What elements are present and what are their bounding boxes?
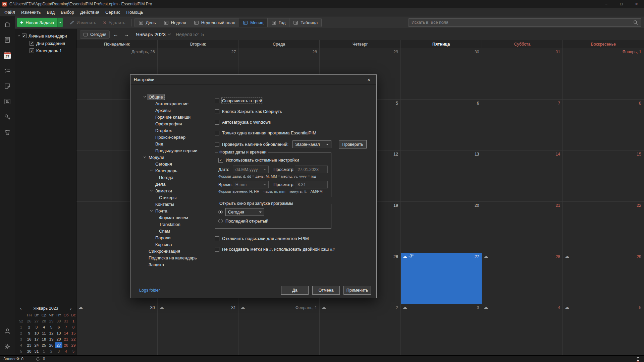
mini-day-cell[interactable]: 26 xyxy=(25,318,33,324)
calendar-day-cell[interactable]: 20 xyxy=(401,202,482,253)
settings-tree-item[interactable]: Подписка на календарь xyxy=(130,254,203,261)
mini-day-cell[interactable]: 23 xyxy=(25,342,33,348)
calendar-day-cell[interactable]: ☁2 xyxy=(320,304,401,355)
settings-tree-item[interactable]: Погода xyxy=(130,174,203,181)
settings-tree-item[interactable]: Вид xyxy=(130,140,203,147)
search-icon[interactable] xyxy=(633,20,638,25)
mini-day-cell[interactable]: 26 xyxy=(48,342,55,348)
menu-actions[interactable]: Действия xyxy=(77,9,102,16)
next-period-button[interactable] xyxy=(122,32,131,37)
mini-day-cell[interactable]: 4 xyxy=(40,324,48,330)
mini-day-cell[interactable]: 14 xyxy=(62,330,70,336)
mini-day-cell[interactable]: 30 xyxy=(25,348,33,354)
mini-day-cell[interactable]: 28 xyxy=(40,318,48,324)
bell-icon[interactable] xyxy=(36,357,40,361)
mini-day-cell[interactable]: 22 xyxy=(70,336,77,342)
mini-day-cell[interactable]: 25 xyxy=(40,342,48,348)
today-button[interactable]: Сегодня xyxy=(80,31,110,39)
ok-button[interactable]: Да xyxy=(281,286,309,295)
calendar-day-cell[interactable]: 8 xyxy=(563,100,644,151)
mini-day-cell[interactable]: 15 xyxy=(70,330,77,336)
startup-window-select[interactable]: Сегодня xyxy=(225,208,264,216)
minimize-to-tray-checkbox[interactable] xyxy=(215,99,219,103)
mini-day-cell[interactable]: 5 xyxy=(70,348,77,354)
no-hash-labels-checkbox[interactable] xyxy=(215,247,219,252)
calendar-day-cell[interactable]: 31 xyxy=(482,48,563,100)
calendar-day-cell[interactable]: ☁29 xyxy=(563,253,644,304)
mini-day-cell[interactable]: 1 xyxy=(40,348,48,354)
rail-user-button[interactable] xyxy=(3,327,12,335)
view-button-table[interactable]: Таблица xyxy=(289,18,322,27)
calendar-checkbox[interactable] xyxy=(30,48,34,53)
calendar-day-cell[interactable]: 6 xyxy=(401,100,482,151)
mini-day-cell[interactable]: 12 xyxy=(48,330,55,336)
mini-day-cell[interactable]: 29 xyxy=(70,342,77,348)
mini-day-cell[interactable]: 8 xyxy=(70,324,77,330)
settings-tree-item[interactable]: Модули xyxy=(130,154,203,161)
check-updates-button[interactable]: Проверить xyxy=(339,140,367,148)
prev-period-button[interactable] xyxy=(111,32,120,37)
settings-tree-item[interactable]: Синхронизация xyxy=(130,248,203,254)
menu-view[interactable]: Вид xyxy=(44,9,58,16)
settings-tree-item[interactable]: Заметки xyxy=(130,187,203,194)
mini-day-cell[interactable]: 16 xyxy=(25,336,33,342)
mini-prev-month-button[interactable] xyxy=(19,306,23,311)
calendar-day-cell[interactable]: ☁5 xyxy=(563,304,644,355)
settings-tree-item[interactable]: Предыдущие версии xyxy=(130,147,203,154)
rail-today-button[interactable] xyxy=(3,36,12,44)
time-preview-field[interactable]: 8:31 xyxy=(295,181,328,188)
settings-tree-item[interactable]: Translation xyxy=(130,221,203,228)
settings-tree-item[interactable]: Сегодня xyxy=(130,161,203,167)
minimize-button[interactable] xyxy=(599,0,614,8)
mini-day-cell[interactable]: 27 xyxy=(33,318,40,324)
settings-tree-item[interactable]: Стикеры xyxy=(130,194,203,201)
update-channel-select[interactable]: Stable-канал xyxy=(292,140,331,148)
mini-day-cell[interactable]: 3 xyxy=(55,348,62,354)
mini-day-cell[interactable]: 4 xyxy=(62,348,70,354)
mini-day-cell[interactable]: 2 xyxy=(48,348,55,354)
calendar-day-cell[interactable]: 14 xyxy=(482,150,563,202)
logs-folder-link[interactable]: Logs folder xyxy=(139,288,160,293)
settings-tree-item[interactable]: Горячие клавиши xyxy=(130,114,203,120)
mini-day-cell[interactable]: 1 xyxy=(70,318,77,324)
calendars-root-row[interactable]: Личные календари xyxy=(18,32,75,40)
text-cursor-icon[interactable] xyxy=(635,356,641,362)
new-task-dropdown-arrow[interactable] xyxy=(57,18,63,27)
settings-tree-item[interactable]: Корзина xyxy=(130,241,203,248)
settings-tree-item[interactable]: Архивы xyxy=(130,107,203,114)
time-format-select[interactable]: H:mm xyxy=(233,181,269,188)
settings-tree-item[interactable]: Почта xyxy=(130,207,203,214)
mini-day-cell[interactable]: 28 xyxy=(62,342,70,348)
mini-day-cell[interactable]: 9 xyxy=(25,330,33,336)
close-as-minimize-checkbox[interactable] xyxy=(215,109,219,114)
rail-notes-button[interactable] xyxy=(3,82,12,90)
calendar-day-cell[interactable]: 13 xyxy=(401,150,482,202)
settings-tree-item[interactable]: Dropbox xyxy=(130,127,203,134)
mini-day-cell[interactable]: 24 xyxy=(33,342,40,348)
settings-tree-item[interactable]: Прокси-сервер xyxy=(130,134,203,140)
view-button-week[interactable]: Неделя xyxy=(160,18,190,27)
root-checkbox[interactable] xyxy=(22,34,26,38)
maximize-button[interactable] xyxy=(614,0,629,8)
rail-settings-button[interactable] xyxy=(3,343,12,351)
view-button-year[interactable]: Год xyxy=(267,18,289,27)
settings-tree-item[interactable]: Общие xyxy=(130,94,203,100)
mini-day-cell[interactable]: 27 xyxy=(55,342,62,348)
mini-day-cell[interactable]: 29 xyxy=(48,318,55,324)
settings-tree-item[interactable]: Орфография xyxy=(130,120,203,127)
menu-edit[interactable]: Изменить xyxy=(18,9,44,16)
settings-tree-item[interactable]: Контакты xyxy=(130,201,203,207)
rail-trash-button[interactable] xyxy=(3,128,12,136)
edit-button[interactable]: Изменить xyxy=(66,18,100,27)
mini-day-cell[interactable]: 3 xyxy=(33,324,40,330)
settings-tree-item[interactable]: Защита xyxy=(130,261,203,268)
startup-last-opened-radio[interactable] xyxy=(218,219,223,223)
single-instance-checkbox[interactable] xyxy=(215,131,219,135)
mini-day-cell[interactable]: 20 xyxy=(55,336,62,342)
mini-day-cell[interactable]: 5 xyxy=(48,324,55,330)
menu-file[interactable]: Файл xyxy=(1,9,18,16)
view-button-day[interactable]: День xyxy=(135,18,160,27)
mini-day-cell[interactable]: 30 xyxy=(55,318,62,324)
rail-calendar-button[interactable]: 27 xyxy=(3,51,12,59)
mini-next-month-button[interactable] xyxy=(69,306,73,311)
